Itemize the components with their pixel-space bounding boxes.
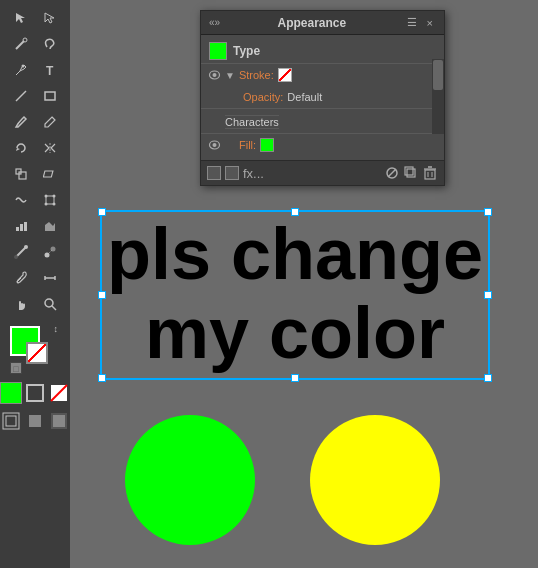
gradient-tool[interactable] bbox=[7, 240, 35, 264]
opacity-row[interactable]: Opacity: Default bbox=[201, 86, 444, 108]
tool-group-scale bbox=[7, 162, 64, 186]
tool-group-brush bbox=[7, 110, 64, 134]
panel-scrollbar[interactable] bbox=[432, 59, 444, 134]
pen-tool[interactable] bbox=[7, 58, 35, 82]
blend-tool[interactable] bbox=[36, 240, 64, 264]
svg-rect-43 bbox=[405, 167, 413, 175]
handle-bottom-center[interactable] bbox=[291, 374, 299, 382]
panel-close-btn[interactable]: × bbox=[424, 16, 436, 30]
canvas-text[interactable]: pls change my color bbox=[102, 215, 488, 373]
scrollbar-thumb[interactable] bbox=[433, 60, 443, 90]
selection-tool[interactable] bbox=[7, 6, 35, 30]
panel-collapse-btn[interactable]: «» bbox=[209, 17, 220, 28]
art-mode-btn[interactable] bbox=[48, 410, 70, 432]
direct-select-tool[interactable] bbox=[36, 6, 64, 30]
paintbrush-tool[interactable] bbox=[7, 110, 35, 134]
panel-add-stroke-btn[interactable] bbox=[207, 166, 221, 180]
stroke-row[interactable]: ▼ Stroke: bbox=[201, 64, 444, 86]
tool-group-warp bbox=[7, 188, 64, 212]
handle-bottom-right[interactable] bbox=[484, 374, 492, 382]
fill-visibility-icon[interactable] bbox=[207, 138, 221, 152]
area-graph-tool[interactable] bbox=[36, 214, 64, 238]
svg-point-14 bbox=[52, 203, 55, 206]
color-swatch-area: ↕ □ bbox=[10, 326, 60, 376]
svg-rect-31 bbox=[3, 413, 19, 429]
mode-buttons-group bbox=[0, 410, 70, 432]
tool-group-eyedrop bbox=[7, 266, 64, 290]
svg-rect-16 bbox=[20, 224, 23, 231]
left-toolbar: T bbox=[0, 0, 70, 568]
rect-tool[interactable] bbox=[36, 84, 64, 108]
type-row[interactable]: Type bbox=[201, 39, 444, 64]
column-graph-tool[interactable] bbox=[7, 214, 35, 238]
svg-point-39 bbox=[212, 143, 216, 147]
free-transform-tool[interactable] bbox=[36, 188, 64, 212]
svg-rect-32 bbox=[6, 416, 16, 426]
svg-rect-35 bbox=[53, 415, 65, 427]
svg-rect-15 bbox=[16, 227, 19, 231]
tool-group-slice bbox=[7, 240, 64, 264]
line-tool[interactable] bbox=[7, 84, 35, 108]
fill-row[interactable]: Fill: bbox=[201, 134, 444, 156]
zoom-tool[interactable] bbox=[36, 292, 64, 316]
none-mode[interactable] bbox=[48, 382, 70, 404]
type-tool[interactable]: T bbox=[36, 58, 64, 82]
fullscreen-mode-btn[interactable] bbox=[24, 410, 46, 432]
stroke-visibility-icon[interactable] bbox=[207, 68, 221, 82]
circle-green[interactable] bbox=[125, 415, 255, 545]
svg-point-2 bbox=[21, 65, 24, 68]
svg-rect-5 bbox=[45, 92, 55, 100]
stroke-expand-icon[interactable]: ▼ bbox=[225, 70, 235, 81]
handle-mid-left[interactable] bbox=[98, 291, 106, 299]
panel-bottom-toolbar: fx... bbox=[201, 160, 444, 185]
tool-group-hand bbox=[7, 292, 64, 316]
fill-swatch[interactable] bbox=[260, 138, 274, 152]
stroke-swatch[interactable] bbox=[278, 68, 292, 82]
tool-group-rotate bbox=[7, 136, 64, 160]
fill-color-mode[interactable] bbox=[0, 382, 22, 404]
handle-top-left[interactable] bbox=[98, 208, 106, 216]
svg-point-11 bbox=[44, 195, 47, 198]
appearance-mode-group bbox=[0, 382, 70, 404]
reset-colors-icon[interactable]: □ bbox=[10, 362, 22, 374]
magic-wand-tool[interactable] bbox=[7, 32, 35, 56]
handle-top-center[interactable] bbox=[291, 208, 299, 216]
svg-rect-33 bbox=[29, 415, 41, 427]
stroke-color-mode[interactable] bbox=[24, 382, 46, 404]
swap-colors-icon[interactable]: ↕ bbox=[54, 324, 59, 334]
panel-title: Appearance bbox=[277, 16, 346, 30]
panel-add-fill-btn[interactable] bbox=[225, 166, 239, 180]
svg-line-41 bbox=[388, 169, 396, 177]
panel-delete-btn[interactable] bbox=[422, 165, 438, 181]
measure-tool[interactable] bbox=[36, 266, 64, 290]
panel-no-fill-btn[interactable] bbox=[384, 165, 400, 181]
handle-top-right[interactable] bbox=[484, 208, 492, 216]
svg-rect-28 bbox=[27, 385, 43, 401]
rotate-tool[interactable] bbox=[7, 136, 35, 160]
handle-mid-right[interactable] bbox=[484, 291, 492, 299]
svg-line-27 bbox=[52, 306, 56, 310]
background-swatch[interactable] bbox=[26, 342, 48, 364]
svg-rect-7 bbox=[19, 172, 26, 179]
svg-rect-10 bbox=[46, 196, 54, 204]
circle-yellow[interactable] bbox=[310, 415, 440, 545]
scale-tool[interactable] bbox=[7, 162, 35, 186]
lasso-tool[interactable] bbox=[36, 32, 64, 56]
hand-tool[interactable] bbox=[7, 292, 35, 316]
warp-tool[interactable] bbox=[7, 188, 35, 212]
selection-box bbox=[100, 210, 490, 380]
panel-duplicate-btn[interactable] bbox=[403, 165, 419, 181]
svg-point-26 bbox=[45, 299, 53, 307]
eyedropper-tool[interactable] bbox=[7, 266, 35, 290]
normal-mode-btn[interactable] bbox=[0, 410, 22, 432]
panel-menu-btn[interactable]: ☰ bbox=[404, 15, 420, 30]
shear-tool[interactable] bbox=[36, 162, 64, 186]
pencil-tool[interactable] bbox=[36, 110, 64, 134]
svg-point-18 bbox=[14, 255, 18, 259]
handle-bottom-left[interactable] bbox=[98, 374, 106, 382]
svg-line-0 bbox=[16, 41, 24, 49]
panel-fx-btn[interactable]: fx... bbox=[243, 166, 264, 181]
reflect-tool[interactable] bbox=[36, 136, 64, 160]
svg-point-20 bbox=[44, 253, 49, 258]
svg-rect-44 bbox=[425, 170, 435, 179]
